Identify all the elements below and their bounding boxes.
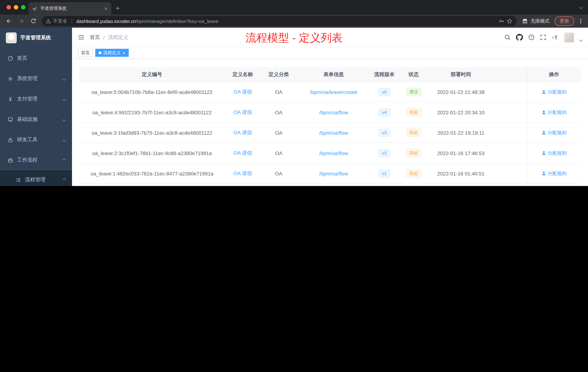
person-icon: [541, 151, 546, 155]
browser-tab[interactable]: 芋道管理系统 ×: [28, 2, 111, 15]
col-header-category: 定义分类: [261, 67, 297, 82]
status-badge: 挂起: [406, 149, 421, 157]
active-dot-icon: [99, 51, 101, 54]
definition-id: oa_leave:2:3c1f0ef1-76b1-11ec-9c66-a2380…: [79, 143, 225, 163]
app-logo-image: [6, 33, 17, 43]
table-row: oa_leave:2:3c1f0ef1-76b1-11ec-9c66-a2380…: [79, 143, 581, 164]
bookmark-star-icon[interactable]: [506, 18, 512, 24]
definition-category: OA: [261, 123, 297, 143]
table-row: oa_leave:3:1fad3d93-7b75-11ec-a3c8-acde4…: [79, 123, 581, 143]
assign-rule-link[interactable]: 分配规则: [541, 109, 567, 116]
col-header-id: 定义编号: [79, 67, 225, 82]
breadcrumb-separator: /: [103, 34, 105, 40]
app-title: 芋道管理系统: [20, 34, 51, 41]
sidebar-item-process-management[interactable]: 流程管理: [0, 170, 72, 186]
new-tab-button[interactable]: +: [116, 4, 120, 12]
version-badge: v1: [378, 169, 390, 177]
form-link[interactable]: /bpm/oa/flow: [319, 109, 348, 115]
tag-home[interactable]: 首页: [78, 49, 93, 57]
window-zoom-button[interactable]: [21, 5, 25, 10]
window-controls: [7, 5, 25, 10]
sidebar-item-workflow[interactable]: 工作流程: [0, 150, 72, 170]
col-header-actions: 操作: [527, 67, 581, 82]
chevron-up-icon: [62, 178, 66, 182]
assign-rule-link[interactable]: 分配规则: [541, 129, 567, 136]
status-badge: 挂起: [406, 169, 421, 178]
deploy-time: 2022-01-16 17:46:53: [429, 143, 493, 163]
definition-id: oa_leave:3:1fad3d93-7b75-11ec-a3c8-acde4…: [79, 123, 225, 143]
table-row: oa_leave:5:004b710b-7b8a-11ec-8ef0-acde4…: [79, 82, 581, 102]
tag-process-definition[interactable]: 流程定义 ×: [95, 49, 128, 57]
deploy-time: 2022-01-16 01:40:51: [429, 164, 493, 184]
tab-title: 芋道管理系统: [40, 5, 101, 11]
favicon-leaf-icon: [32, 6, 37, 11]
incognito-label: 无痕模式: [531, 18, 549, 24]
browser-tabstrip: 芋道管理系统 × +: [0, 0, 588, 15]
avatar-caret-icon[interactable]: [579, 38, 583, 42]
sidebar-item-dev-tools[interactable]: 研发工具: [0, 130, 72, 150]
yen-icon: [8, 96, 13, 102]
forward-icon[interactable]: [17, 17, 25, 25]
github-icon[interactable]: [516, 34, 523, 41]
form-link[interactable]: /bpm/oa/leave/create: [310, 89, 357, 95]
form-link[interactable]: /bpm/oa/flow: [319, 171, 348, 176]
password-key-icon[interactable]: [499, 18, 504, 24]
dashboard-icon: [8, 55, 13, 61]
fullscreen-icon[interactable]: [540, 34, 546, 40]
window-close-button[interactable]: [7, 5, 11, 10]
browser-menu-kebab-icon[interactable]: [578, 18, 584, 24]
font-size-icon[interactable]: TT: [552, 34, 558, 40]
sidebar-item-payment[interactable]: 支付管理: [0, 89, 72, 109]
list-icon: [16, 177, 21, 183]
definition-name-link[interactable]: OA 请假: [233, 89, 252, 95]
back-icon[interactable]: [4, 17, 13, 25]
chevron-down-icon: [62, 138, 66, 142]
breadcrumb-home[interactable]: 首页: [90, 34, 100, 41]
assign-rule-link[interactable]: 分配规则: [541, 89, 567, 95]
deploy-time: 2022-01-22 19:19:11: [429, 123, 493, 143]
form-link[interactable]: /bpm/oa/flow: [319, 130, 348, 136]
definition-category: OA: [261, 164, 297, 184]
chevron-down-icon: [62, 97, 66, 101]
tab-search-icon[interactable]: [579, 5, 583, 9]
definition-name-link[interactable]: OA 请假: [233, 129, 252, 136]
url-text: dashboard.yudao.iocoder.cn/bpm/manager/d…: [76, 18, 218, 24]
definition-name-link[interactable]: OA 请假: [233, 150, 252, 156]
col-header-time: 部署时间: [429, 67, 493, 82]
sidebar: 芋道管理系统 首页 系统管理 支付管理 基础设施: [0, 28, 72, 186]
svg-text:?: ?: [531, 35, 532, 39]
user-avatar[interactable]: [564, 32, 574, 42]
help-icon[interactable]: ?: [528, 34, 535, 40]
sidebar-item-home[interactable]: 首页: [0, 48, 72, 68]
version-badge: v4: [378, 108, 390, 116]
deploy-time: 2022-01-22 20:34:10: [429, 102, 493, 122]
url-bar[interactable]: 不安全 dashboard.yudao.iocoder.cn/bpm/manag…: [42, 16, 517, 26]
sidebar-item-infrastructure[interactable]: 基础设施: [0, 109, 72, 130]
tags-view: 首页 流程定义 ×: [72, 47, 588, 59]
divider: [72, 19, 72, 24]
update-button[interactable]: 更新: [555, 16, 574, 26]
definition-id: oa_leave:5:004b710b-7b8a-11ec-8ef0-acde4…: [79, 82, 225, 102]
sidebar-item-system[interactable]: 系统管理: [0, 68, 72, 89]
url-host: dashboard.yudao.iocoder.cn: [76, 18, 136, 24]
search-icon[interactable]: [504, 34, 511, 40]
monitor-icon: [8, 117, 13, 122]
briefcase-icon: [8, 157, 13, 163]
col-header-version: 流程版本: [370, 67, 398, 82]
window-minimize-button[interactable]: [14, 5, 18, 10]
table-row: oa_leave:4:991f2193-7b7f-11ec-a3c8-acde4…: [79, 102, 581, 123]
status-badge: 挂起: [406, 108, 421, 117]
tab-close-icon[interactable]: ×: [104, 6, 108, 11]
screen: 芋道管理系统 × + 不安全 dashboard.yudao.iocoder.c…: [0, 0, 588, 186]
form-link[interactable]: /bpm/oa/flow: [319, 150, 348, 156]
refresh-icon[interactable]: [29, 17, 38, 25]
tag-close-icon[interactable]: ×: [123, 50, 125, 55]
table-header-row: 定义编号 定义名称 定义分类 表单信息 流程版本 状态 部署时间 操作: [79, 67, 581, 82]
status-badge: 挂起: [406, 129, 421, 137]
assign-rule-link[interactable]: 分配规则: [541, 150, 567, 156]
definition-name-link[interactable]: OA 请假: [233, 170, 252, 177]
hamburger-icon[interactable]: [78, 34, 84, 40]
definition-name-link[interactable]: OA 请假: [233, 109, 252, 116]
browser-toolbar: 不安全 dashboard.yudao.iocoder.cn/bpm/manag…: [0, 15, 588, 28]
assign-rule-link[interactable]: 分配规则: [541, 170, 567, 177]
